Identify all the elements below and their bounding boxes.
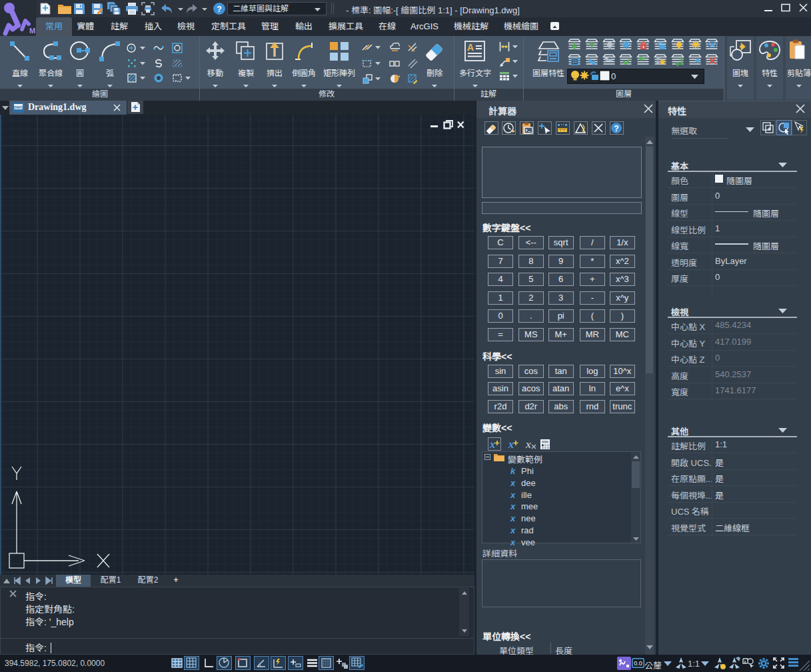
svg-text:A: A	[467, 42, 474, 53]
svg-text:0.0: 0.0	[634, 660, 642, 667]
svg-text:?: ?	[614, 124, 618, 133]
svg-text:x: x	[525, 439, 531, 450]
svg-text:DWG: DWG	[13, 105, 23, 109]
svg-text:x: x	[508, 439, 514, 450]
svg-text:x: x	[489, 439, 495, 450]
svg-text:?: ?	[217, 5, 221, 14]
svg-text:M: M	[29, 27, 35, 35]
